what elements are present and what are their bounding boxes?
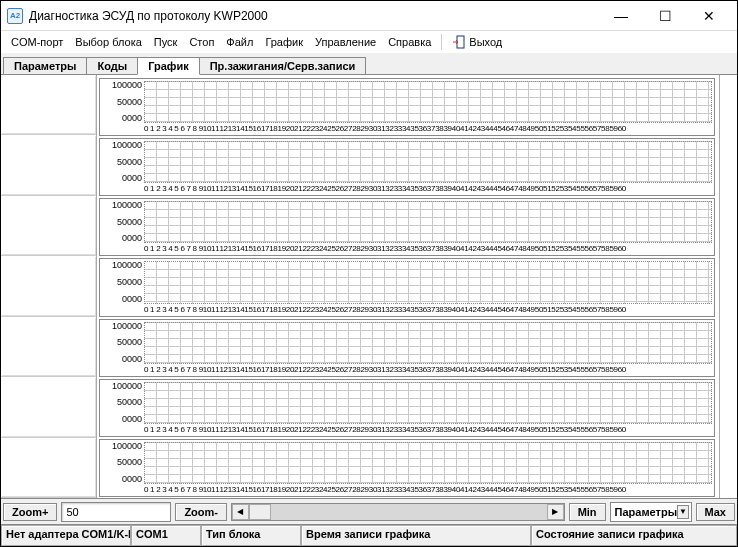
plot-grid: [144, 322, 712, 364]
menu-control[interactable]: Управление: [309, 34, 382, 50]
chart-panel: 1000005000000000 1 2 3 4 5 6 7 8 9101112…: [99, 78, 715, 136]
tabbar: Параметры Коды График Пр.зажигания/Серв.…: [1, 53, 737, 75]
x-axis: 0 1 2 3 4 5 6 7 8 9101112131415161718192…: [144, 184, 714, 195]
max-button[interactable]: Max: [696, 503, 735, 521]
y-tick-label: 100000: [112, 80, 142, 90]
menu-separator: [441, 34, 442, 50]
chart-label-cell: [1, 135, 96, 195]
window-title: Диагностика ЭСУД по протоколу KWP2000: [29, 9, 599, 23]
zoom-in-button[interactable]: Zoom+: [3, 503, 57, 521]
chart-label-cell: [1, 75, 96, 135]
status-recstate: Состояние записи графика: [531, 525, 737, 546]
zoom-out-button[interactable]: Zoom-: [175, 503, 227, 521]
y-tick-label: 100000: [112, 200, 142, 210]
y-tick-label: 0000: [122, 354, 142, 364]
charts-container: 1000005000000000 1 2 3 4 5 6 7 8 9101112…: [97, 75, 719, 498]
chart-label-cell: [1, 256, 96, 316]
tab-codes[interactable]: Коды: [86, 57, 138, 74]
tab-ignition[interactable]: Пр.зажигания/Серв.записи: [199, 57, 367, 74]
chart-left-column: [1, 75, 97, 498]
status-rectime: Время записи графика: [301, 525, 531, 546]
menu-select-block[interactable]: Выбор блока: [69, 34, 147, 50]
menu-comport[interactable]: COM-порт: [5, 34, 69, 50]
y-tick-label: 50000: [117, 457, 142, 467]
scroll-track[interactable]: [249, 504, 547, 520]
exit-icon: [452, 35, 466, 49]
tab-chart[interactable]: График: [137, 57, 200, 75]
y-axis: 100000500000000: [100, 199, 144, 255]
chart-label-cell: [1, 377, 96, 437]
status-adapter: Нет адаптера COM1/K-line: [1, 525, 131, 546]
y-axis: 100000500000000: [100, 380, 144, 436]
scroll-right-button[interactable]: ▶: [547, 504, 564, 520]
menu-help[interactable]: Справка: [382, 34, 437, 50]
y-tick-label: 0000: [122, 113, 142, 123]
y-tick-label: 50000: [117, 397, 142, 407]
plot-grid: [144, 382, 712, 424]
x-axis: 0 1 2 3 4 5 6 7 8 9101112131415161718192…: [144, 244, 714, 255]
menu-stop[interactable]: Стоп: [183, 34, 220, 50]
plot-area[interactable]: 0 1 2 3 4 5 6 7 8 9101112131415161718192…: [144, 199, 714, 255]
y-tick-label: 100000: [112, 140, 142, 150]
plot-area[interactable]: 0 1 2 3 4 5 6 7 8 9101112131415161718192…: [144, 139, 714, 195]
statusbar: Нет адаптера COM1/K-line COM1 Тип блока …: [1, 524, 737, 546]
zoom-input[interactable]: [61, 502, 171, 522]
min-button[interactable]: Min: [569, 503, 606, 521]
maximize-button[interactable]: ☐: [643, 2, 687, 30]
y-tick-label: 100000: [112, 321, 142, 331]
menu-exit[interactable]: Выход: [446, 33, 508, 51]
menu-file[interactable]: Файл: [220, 34, 259, 50]
chevron-down-icon: ▼: [677, 505, 689, 519]
y-axis: 100000500000000: [100, 79, 144, 135]
zoom-row: Zoom+ Zoom- ◀ ▶ Min Параметры ▼ Max: [1, 498, 737, 524]
plot-area[interactable]: 0 1 2 3 4 5 6 7 8 9101112131415161718192…: [144, 320, 714, 376]
y-tick-label: 0000: [122, 294, 142, 304]
app-icon: A2: [7, 8, 23, 24]
plot-area[interactable]: 0 1 2 3 4 5 6 7 8 9101112131415161718192…: [144, 380, 714, 436]
parameter-combo[interactable]: Параметры ▼: [610, 502, 692, 522]
combo-label: Параметры: [615, 506, 677, 518]
menu-start[interactable]: Пуск: [148, 34, 184, 50]
y-tick-label: 0000: [122, 474, 142, 484]
tab-parameters[interactable]: Параметры: [3, 57, 87, 74]
plot-grid: [144, 261, 712, 303]
plot-grid: [144, 201, 712, 243]
scroll-left-button[interactable]: ◀: [232, 504, 249, 520]
plot-area[interactable]: 0 1 2 3 4 5 6 7 8 9101112131415161718192…: [144, 79, 714, 135]
menu-chart[interactable]: График: [259, 34, 309, 50]
status-port: COM1: [131, 525, 201, 546]
chart-panel: 1000005000000000 1 2 3 4 5 6 7 8 9101112…: [99, 198, 715, 256]
scroll-thumb[interactable]: [249, 504, 271, 520]
close-button[interactable]: ✕: [687, 2, 731, 30]
y-tick-label: 100000: [112, 441, 142, 451]
x-axis: 0 1 2 3 4 5 6 7 8 9101112131415161718192…: [144, 305, 714, 316]
x-axis: 0 1 2 3 4 5 6 7 8 9101112131415161718192…: [144, 485, 714, 496]
plot-area[interactable]: 0 1 2 3 4 5 6 7 8 9101112131415161718192…: [144, 440, 714, 496]
x-axis: 0 1 2 3 4 5 6 7 8 9101112131415161718192…: [144, 425, 714, 436]
y-tick-label: 50000: [117, 337, 142, 347]
y-tick-label: 0000: [122, 173, 142, 183]
y-tick-label: 0000: [122, 414, 142, 424]
y-tick-label: 50000: [117, 97, 142, 107]
y-tick-label: 0000: [122, 233, 142, 243]
chart-label-cell: [1, 196, 96, 256]
plot-grid: [144, 141, 712, 183]
chart-label-cell: [1, 317, 96, 377]
y-tick-label: 50000: [117, 157, 142, 167]
horizontal-scrollbar[interactable]: ◀ ▶: [231, 503, 565, 521]
chart-label-cell: [1, 438, 96, 498]
menubar: COM-порт Выбор блока Пуск Стоп Файл Граф…: [1, 31, 737, 53]
menu-exit-label: Выход: [469, 36, 502, 48]
chart-area: 1000005000000000 1 2 3 4 5 6 7 8 9101112…: [1, 75, 737, 498]
chart-panel: 1000005000000000 1 2 3 4 5 6 7 8 9101112…: [99, 379, 715, 437]
y-axis: 100000500000000: [100, 440, 144, 496]
y-tick-label: 100000: [112, 381, 142, 391]
plot-grid: [144, 442, 712, 484]
status-block: Тип блока: [201, 525, 301, 546]
minimize-button[interactable]: —: [599, 2, 643, 30]
chart-panel: 1000005000000000 1 2 3 4 5 6 7 8 9101112…: [99, 439, 715, 497]
y-tick-label: 100000: [112, 260, 142, 270]
y-axis: 100000500000000: [100, 259, 144, 315]
plot-area[interactable]: 0 1 2 3 4 5 6 7 8 9101112131415161718192…: [144, 259, 714, 315]
plot-grid: [144, 81, 712, 123]
